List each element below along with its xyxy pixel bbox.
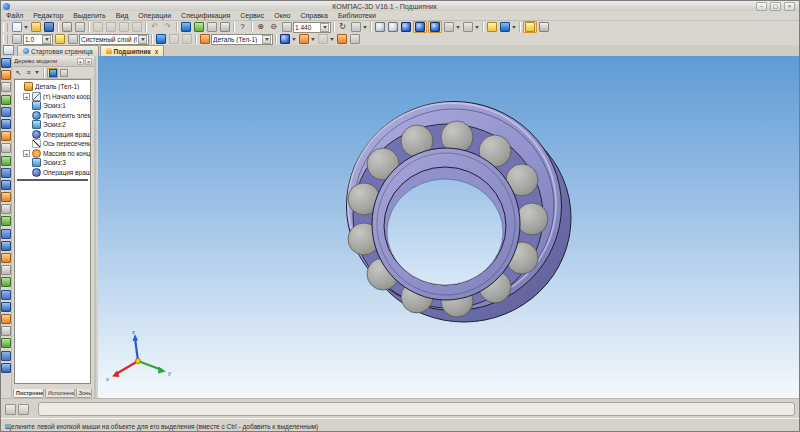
zoom-scale-dropdown-icon[interactable] [320,23,329,32]
compact-bar-icon[interactable] [1,95,11,105]
3d-viewport[interactable]: z y x [98,56,800,398]
menu-specification[interactable]: Спецификация [176,12,235,19]
local-csys-button[interactable] [67,34,79,45]
compact-bar-icon[interactable] [1,314,11,324]
tree-cursor-icon[interactable]: ↖ [14,68,23,77]
compact-bar-icon[interactable] [1,351,11,361]
undo-button[interactable]: ↶ [149,22,161,33]
tab-zones[interactable]: Зоны [76,389,92,398]
paste-button[interactable] [118,22,130,33]
tab-versions[interactable]: Исполнения [45,389,75,398]
hide-objects-dropdown-icon[interactable] [512,26,516,29]
tree-item-boss-revolve[interactable]: Приклеить элемент вращ [15,111,90,121]
compact-bar-icon[interactable] [1,168,11,178]
pin-icon[interactable]: ▪ [77,58,84,65]
model-properties-dropdown-icon[interactable] [292,38,296,41]
copy-properties-button[interactable] [131,22,143,33]
tree-item-sketch3[interactable]: Эскиз:3 [15,158,90,168]
compact-bar-icon[interactable] [1,70,11,80]
context-help-button[interactable]: ? [237,22,249,33]
simplify-display-button[interactable] [486,22,498,33]
property-bar-icon[interactable] [5,404,16,415]
property-bar-icon[interactable] [18,404,29,415]
menu-help[interactable]: Справка [296,12,333,19]
print-button[interactable] [61,22,73,33]
transparency-dropdown-icon[interactable] [330,38,334,41]
copy-button[interactable] [105,22,117,33]
step-combo[interactable]: 1.0 [23,34,53,45]
edit-part-button[interactable] [199,34,211,45]
layer-dropdown-icon[interactable] [138,35,147,44]
tree-item-sketch1[interactable]: Эскиз:1 [15,101,90,111]
menu-service[interactable]: Сервис [235,12,269,19]
model-rebuild-button[interactable] [523,21,537,33]
compact-bar-icon[interactable] [1,119,11,129]
new-document-button[interactable] [11,22,23,33]
variables-button[interactable] [193,22,205,33]
cut-button[interactable] [92,22,104,33]
preview-window-button[interactable] [538,22,550,33]
compact-bar-icon[interactable] [1,204,11,214]
toolbar-grip-2[interactable] [3,35,8,44]
preview-button[interactable] [74,22,86,33]
tree-item-origin[interactable]: + (т) Начало координат [15,92,90,102]
snap-button[interactable] [54,34,66,45]
open-button[interactable] [30,22,42,33]
compact-bar-icon[interactable] [1,241,11,251]
step-dropdown-icon[interactable] [42,35,51,44]
tree-filter-icon[interactable]: ≡ [24,68,33,77]
filter-dropdown-icon[interactable] [456,26,460,29]
wireframe-mode-button[interactable] [374,22,386,33]
orientation-dropdown-icon[interactable] [363,26,367,29]
compact-bar-icon[interactable] [1,326,11,336]
compact-bar-icon[interactable] [1,156,11,166]
selection-filter-button[interactable] [462,22,474,33]
grid-button[interactable] [11,34,23,45]
menu-window[interactable]: Окно [269,12,295,19]
tree-item-revolve2[interactable]: Операция вращения:2 [15,168,90,178]
menu-operations[interactable]: Операции [133,12,176,19]
zoom-in-button[interactable]: ⊕ [255,22,267,33]
compact-bar-icon[interactable] [1,229,11,239]
compact-bar-icon[interactable] [1,58,11,68]
layer-combo[interactable]: Системный слой (0) [79,34,149,45]
compact-bar-icon[interactable] [1,82,11,92]
library-manager-button[interactable] [180,22,192,33]
sketch-mode-button[interactable] [181,34,193,45]
close-button[interactable]: × [784,2,795,11]
compact-bar-icon[interactable] [1,131,11,141]
zoom-scale-combo[interactable]: 1.440 [293,22,331,33]
tree-item-axis[interactable]: Ось пересечения двух пл [15,139,90,149]
compact-bar-icon[interactable] [1,363,11,373]
tree-item-array[interactable]: + Массив по концентрическ [15,149,90,159]
part-dropdown-icon[interactable] [262,35,271,44]
compact-bar-icon[interactable] [1,180,11,190]
compact-bar-icon[interactable] [1,277,11,287]
shaded-mode-button[interactable] [413,21,427,33]
compact-bar-icon[interactable] [1,265,11,275]
part-combo[interactable]: Деталь (Тел-1) [211,34,273,45]
panel-close-icon[interactable]: × [85,58,92,65]
tab-document-bearing[interactable]: Подшипник x [100,45,165,56]
menu-libraries[interactable]: Библиотеки [333,12,381,19]
rotate-view-button[interactable] [350,22,362,33]
tree-filter-dropdown-icon[interactable] [35,71,39,74]
hidden-lines-thin-mode-button[interactable] [400,22,412,33]
restore-button[interactable]: ▢ [770,2,781,11]
minimize-button[interactable]: – [756,2,767,11]
zoom-out-button[interactable]: ⊖ [268,22,280,33]
layer-settings-button[interactable] [168,34,180,45]
zoom-area-button[interactable] [281,22,293,33]
hide-objects-button[interactable] [499,22,511,33]
compact-bar-icon[interactable] [1,338,11,348]
tasks-button[interactable] [219,22,231,33]
model-properties-button[interactable] [279,34,291,45]
menu-view[interactable]: Вид [111,12,134,19]
tree-composition-view-button[interactable] [59,68,68,77]
compact-bar-icon[interactable] [1,192,11,202]
tree-item-part[interactable]: Деталь (Тел-1) [15,82,90,92]
tree-rollback-bar[interactable] [17,179,88,181]
compact-bar-icon[interactable] [1,143,11,153]
menu-file[interactable]: Файл [1,12,28,19]
expand-icon[interactable]: + [23,150,30,157]
